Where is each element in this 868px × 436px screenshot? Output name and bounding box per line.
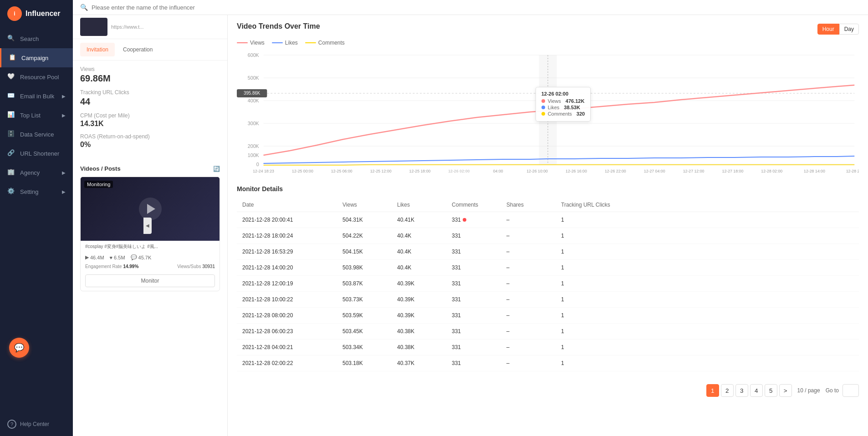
table-row: 2021-12-28 14:00:20 503.98K 40.4K 331 – …	[237, 260, 859, 276]
cell-likes: 40.38K	[392, 340, 446, 355]
chat-button[interactable]: 💬	[9, 338, 29, 358]
video-stats: ▶ 46.4M ♥ 6.5M 💬 45.7K	[81, 253, 220, 262]
cell-likes: 40.4K	[392, 228, 446, 244]
sidebar-item-label: Resource Pool	[20, 74, 59, 81]
sidebar-item-resource-pool[interactable]: 🤍 Resource Pool	[0, 67, 73, 86]
email-icon: ✉️	[7, 92, 15, 100]
cell-views: 504.31K	[337, 212, 392, 228]
stat-cpm: CPM (Cost per Mile) 14.31K	[80, 112, 220, 128]
sidebar-item-url-shortener[interactable]: 🔗 URL Shortener	[0, 144, 73, 163]
logo-icon: i	[7, 6, 22, 21]
cell-likes: 40.4K	[392, 244, 446, 260]
sidebar-item-agency[interactable]: 🏢 Agency ▶	[0, 163, 73, 182]
monitor-button[interactable]: Monitor	[85, 274, 215, 287]
table-row: 2021-12-28 08:00:20 503.59K 40.39K 331 –…	[237, 308, 859, 324]
cell-likes: 40.38K	[392, 324, 446, 340]
cell-shares: –	[501, 244, 556, 260]
left-panel-tabs: Invitation Cooperation	[73, 39, 227, 61]
collapse-button[interactable]: ◀	[143, 218, 152, 234]
cell-shares: –	[501, 340, 556, 355]
day-button[interactable]: Day	[839, 24, 859, 35]
cell-tracking: 1	[556, 260, 859, 276]
cell-views: 503.34K	[337, 340, 392, 355]
cell-comments: 331	[446, 228, 501, 244]
stat-cpm-label: CPM (Cost per Mile)	[80, 112, 220, 119]
views-subs-label: Views/Subs 30931	[177, 264, 215, 269]
views-subs-value: 30931	[202, 264, 215, 269]
page-btn-5[interactable]: 5	[765, 384, 777, 397]
svg-text:12-25 06:00: 12-25 06:00	[331, 169, 352, 173]
page-btn-4[interactable]: 4	[750, 384, 763, 397]
legend-views-label: Views	[250, 40, 265, 46]
svg-text:12-26 22:00: 12-26 22:00	[605, 169, 626, 173]
setting-icon: ⚙️	[7, 188, 15, 196]
cell-comments: 331	[446, 212, 501, 228]
sidebar-item-campaign[interactable]: 📋 Campaign	[0, 48, 73, 67]
sidebar-item-label: Top List	[20, 112, 41, 119]
page-btn-1[interactable]: 1	[706, 384, 719, 397]
page-btn-2[interactable]: 2	[721, 384, 734, 397]
monitor-section: Monitor Details Date Views Likes Comment…	[228, 178, 868, 379]
cell-date: 2021-12-28 18:00:24	[237, 228, 337, 244]
cell-likes: 40.37K	[392, 355, 446, 371]
sidebar-item-label: Search	[20, 35, 39, 42]
chart-svg: 600K 500K 400K 300K 200K 100K 0 395.86K	[237, 46, 859, 173]
search-input[interactable]	[92, 4, 861, 11]
cell-shares: –	[501, 308, 556, 324]
cell-date: 2021-12-28 02:00:22	[237, 355, 337, 371]
svg-text:04:00: 04:00	[493, 169, 503, 173]
cell-date: 2021-12-28 16:53:29	[237, 244, 337, 260]
stat-roas-label: ROAS (Return-on-ad-spend)	[80, 133, 220, 140]
help-icon: ?	[7, 420, 16, 429]
sidebar-item-label: Data Service	[20, 131, 54, 138]
legend-views: Views	[237, 40, 265, 46]
help-center-link[interactable]: ? Help Center	[0, 412, 73, 436]
goto-input[interactable]	[842, 384, 859, 397]
col-header-date: Date	[237, 198, 337, 212]
sidebar-item-top-list[interactable]: 📊 Top List ▶	[0, 106, 73, 125]
cell-date: 2021-12-28 10:00:22	[237, 292, 337, 308]
svg-text:0: 0	[256, 162, 259, 167]
legend-likes: Likes	[272, 40, 298, 46]
table-row: 2021-12-28 10:00:22 503.73K 40.39K 331 –…	[237, 292, 859, 308]
svg-text:12-27 12:00: 12-27 12:00	[683, 169, 705, 173]
svg-text:300K: 300K	[248, 121, 260, 126]
cell-views: 504.22K	[337, 228, 392, 244]
legend-dot-likes	[272, 42, 283, 43]
cell-views: 503.59K	[337, 308, 392, 324]
page-btn-3[interactable]: 3	[735, 384, 748, 397]
chat-icon: 💬	[14, 343, 24, 353]
video-caption: #cosplay #変身#脳美味しいよ #風...	[81, 241, 220, 253]
tab-cooperation[interactable]: Cooperation	[117, 43, 159, 56]
cell-shares: –	[501, 260, 556, 276]
stat-views-label: Views	[80, 66, 220, 72]
sidebar-item-search[interactable]: 🔍 Search	[0, 29, 73, 48]
sidebar-item-email-in-bulk[interactable]: ✉️ Email in Bulk ▶	[0, 86, 73, 106]
svg-text:600K: 600K	[248, 52, 260, 58]
arrow-icon: ▶	[62, 170, 66, 175]
cell-comments: 331	[446, 276, 501, 292]
cell-tracking: 1	[556, 276, 859, 292]
cell-date: 2021-12-28 14:00:20	[237, 260, 337, 276]
cell-likes: 40.39K	[392, 292, 446, 308]
cell-views: 503.87K	[337, 276, 392, 292]
cell-tracking: 1	[556, 355, 859, 371]
svg-text:12-28 02:00: 12-28 02:00	[761, 169, 782, 173]
chart-legend: Views Likes Comments	[237, 40, 859, 46]
cell-comments: 331	[446, 324, 501, 340]
chart-controls: Hour Day	[817, 24, 859, 35]
video-engagement: Engagement Rate 14.99% Views/Subs 30931	[81, 262, 220, 271]
sidebar-item-data-service[interactable]: 🗄️ Data Service	[0, 125, 73, 144]
videos-title: Videos / Posts	[80, 165, 121, 172]
sidebar-item-label: Setting	[20, 188, 38, 195]
sidebar-item-setting[interactable]: ⚙️ Setting ▶	[0, 182, 73, 201]
hour-button[interactable]: Hour	[817, 24, 839, 35]
arrow-icon: ▶	[62, 113, 66, 118]
cell-shares: –	[501, 292, 556, 308]
heart-icon: 🤍	[7, 73, 15, 81]
svg-text:500K: 500K	[248, 75, 260, 81]
next-page-button[interactable]: >	[779, 384, 792, 397]
refresh-icon[interactable]: 🔄	[213, 166, 220, 172]
chart-title: Video Trends Over Time	[237, 22, 320, 30]
tab-invitation[interactable]: Invitation	[80, 43, 115, 56]
